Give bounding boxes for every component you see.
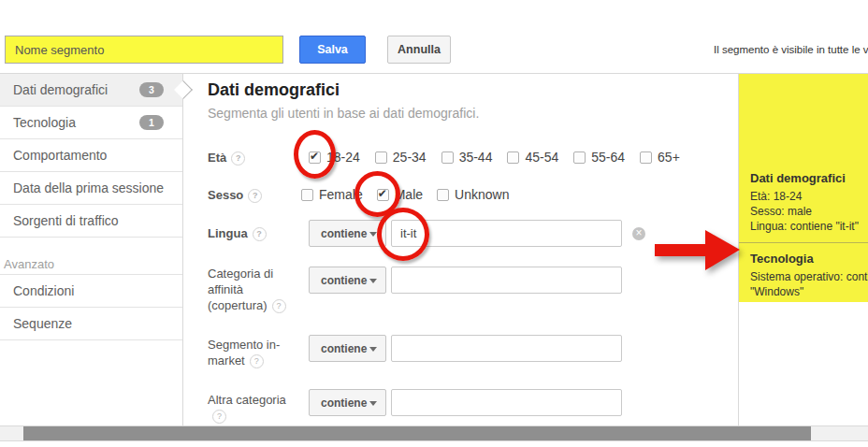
- help-icon[interactable]: [272, 299, 286, 313]
- checkbox[interactable]: [573, 151, 586, 164]
- checkbox-label: 35-44: [459, 150, 493, 165]
- chevron-down-icon: [369, 401, 377, 406]
- segment-summary-panel: Dati demografici Età: 18-24 Sesso: male …: [739, 74, 868, 302]
- sidebar-section-avanzato: Avanzato: [0, 255, 182, 275]
- altra-operator-dropdown[interactable]: contiene: [309, 389, 386, 416]
- sidebar-item-label: Data della prima sessione: [13, 180, 164, 195]
- gender-option-female[interactable]: Female: [301, 187, 363, 202]
- sidebar-item-comportamento[interactable]: Comportamento: [0, 139, 182, 172]
- chevron-down-icon: [369, 232, 377, 237]
- sidebar-item-label: Dati demografici: [13, 82, 108, 97]
- sidebar-item-label: Sorgenti di traffico: [13, 213, 119, 228]
- help-icon[interactable]: [231, 151, 245, 166]
- summary-line: Età: 18-24: [750, 189, 868, 204]
- gender-option-unknown[interactable]: Unknown: [437, 187, 509, 202]
- inmarket-value-input[interactable]: [391, 335, 622, 362]
- sidebar-item-tecnologia[interactable]: Tecnologia 1: [0, 107, 182, 139]
- annotation-circle-age: [294, 130, 336, 179]
- annotation-circle-language: [377, 208, 429, 261]
- checkbox[interactable]: [507, 151, 519, 164]
- eta-label: Età: [208, 151, 245, 166]
- lingua-operator-dropdown[interactable]: contiene: [309, 220, 386, 247]
- operator-label: contiene: [321, 274, 367, 287]
- filter-count-badge: 3: [139, 82, 164, 97]
- altra-categoria-label: Altra categoria: [208, 392, 299, 424]
- help-icon[interactable]: [212, 410, 226, 424]
- age-option-35-44[interactable]: 35-44: [441, 150, 493, 165]
- divider: [739, 242, 868, 243]
- checkbox[interactable]: [441, 151, 454, 164]
- age-option-45-54[interactable]: 45-54: [507, 150, 558, 165]
- sidebar: Dati demografici 3 Tecnologia 1 Comporta…: [0, 74, 183, 425]
- age-option-65plus[interactable]: 65+: [640, 150, 680, 165]
- page-subtitle: Segmenta gli utenti in base ai dati demo…: [208, 106, 479, 121]
- operator-label: contiene: [321, 397, 367, 410]
- sidebar-item-sorgenti-di-traffico[interactable]: Sorgenti di traffico: [0, 205, 182, 238]
- summary-section-title: Dati demografici: [750, 171, 868, 185]
- checkbox-label: Unknown: [455, 187, 509, 202]
- selected-chevron-icon: [174, 80, 193, 99]
- clear-field-icon[interactable]: [632, 227, 645, 240]
- horizontal-scrollbar-thumb[interactable]: [23, 426, 811, 440]
- help-icon[interactable]: [250, 354, 264, 368]
- horizontal-scrollbar[interactable]: [0, 425, 868, 441]
- inmarket-label: Segmento in-market: [208, 337, 299, 368]
- checkbox[interactable]: [437, 189, 449, 201]
- eta-checkbox-group: 18-24 25-34 35-44 45-54 55-64 65+: [309, 150, 680, 165]
- sidebar-item-data-prima-sessione[interactable]: Data della prima sessione: [0, 172, 182, 205]
- segment-builder-page: Salva Annulla Il segmento è visibile in …: [0, 0, 868, 447]
- annotation-arrow-icon: [653, 224, 743, 273]
- cancel-button[interactable]: Annulla: [387, 36, 451, 64]
- age-option-55-64[interactable]: 55-64: [573, 150, 625, 165]
- checkbox-label: 25-34: [393, 150, 427, 165]
- affinita-operator-dropdown[interactable]: contiene: [309, 267, 386, 294]
- chevron-down-icon: [369, 347, 377, 352]
- filter-count-badge: 1: [139, 115, 164, 130]
- segment-visibility-note: Il segmento è visibile in tutte le vis: [714, 44, 868, 55]
- sesso-checkbox-group: Female Male Unknown: [301, 187, 509, 202]
- checkbox-label: 45-54: [525, 150, 558, 165]
- summary-line: Sesso: male: [750, 204, 868, 219]
- altra-value-input[interactable]: [391, 389, 622, 416]
- checkbox[interactable]: [375, 151, 387, 164]
- checkbox-label: 55-64: [591, 150, 625, 165]
- inmarket-operator-dropdown[interactable]: contiene: [309, 335, 386, 362]
- operator-label: contiene: [321, 342, 367, 355]
- page-title: Dati demografici: [208, 80, 340, 100]
- sidebar-item-label: Tecnologia: [13, 115, 76, 130]
- chevron-down-icon: [369, 279, 377, 283]
- help-icon[interactable]: [248, 189, 262, 203]
- sidebar-item-sequenze[interactable]: Sequenze: [0, 308, 182, 340]
- summary-line: Lingua: contiene "it-it": [750, 219, 868, 234]
- summary-line: Sistema operativo: contiene "Windows": [750, 269, 868, 299]
- sesso-label: Sesso: [208, 188, 262, 203]
- affinita-value-input[interactable]: [391, 267, 622, 294]
- age-option-25-34[interactable]: 25-34: [375, 150, 427, 165]
- sidebar-item-label: Comportamento: [13, 148, 107, 163]
- segment-name-input[interactable]: [5, 36, 283, 64]
- summary-section-title: Tecnologia: [750, 252, 868, 266]
- affinita-label: Categoria di affinità (copertura): [208, 266, 299, 313]
- sidebar-item-label: Condizioni: [13, 283, 74, 298]
- checkbox-label: 65+: [658, 150, 680, 165]
- checkbox[interactable]: [640, 151, 652, 164]
- help-icon[interactable]: [253, 227, 267, 241]
- lingua-label: Lingua: [208, 226, 267, 241]
- operator-label: contiene: [321, 227, 367, 240]
- sidebar-item-condizioni[interactable]: Condizioni: [0, 275, 182, 308]
- save-button[interactable]: Salva: [299, 36, 366, 64]
- sidebar-item-dati-demografici[interactable]: Dati demografici 3: [0, 74, 182, 107]
- checkbox[interactable]: [301, 189, 313, 201]
- sidebar-item-label: Sequenze: [13, 316, 72, 331]
